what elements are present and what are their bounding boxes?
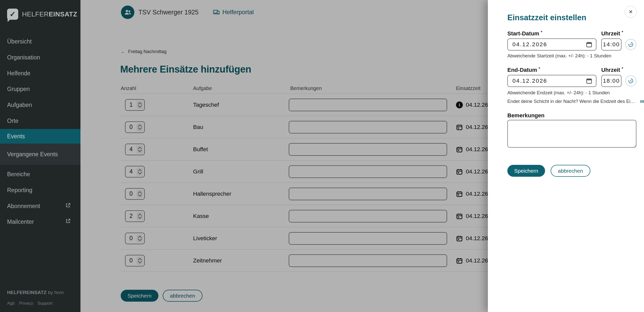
support-link[interactable]: Support (37, 301, 53, 306)
end-date-field[interactable]: 04.12.2026 (507, 75, 596, 87)
app-logo: ✓ HELFEREINSATZ (7, 9, 77, 20)
external-link-icon (65, 216, 71, 228)
end-time-value: 18:00 (603, 78, 620, 84)
end-time-label: Uhrzeit * (601, 66, 623, 73)
screen: ✓ HELFEREINSATZ Übersicht Organisation H… (0, 0, 644, 312)
end-time-field[interactable]: 18:00 (601, 75, 621, 87)
end-date-value: 04.12.2026 (512, 78, 586, 84)
panel-title: Einsatzzeit einstellen (507, 13, 586, 22)
start-date-field[interactable]: 04.12.2026 (507, 38, 596, 51)
agb-link[interactable]: Agb (7, 301, 15, 306)
sidebar-item-vergangene-events[interactable]: Vergangene Events (0, 144, 80, 165)
sidebar-item-label: Abonnement (7, 203, 40, 209)
check-bubble-icon: ✓ (7, 9, 18, 20)
sidebar-item-events[interactable]: Events (0, 129, 80, 144)
history-reset-icon (628, 78, 634, 84)
sidebar-item-uebersicht[interactable]: Übersicht (0, 35, 80, 48)
reset-start-time-button[interactable] (625, 39, 636, 50)
start-date-label: Start-Datum * (507, 30, 542, 37)
sidebar-footer-brand: HELFEREINSATZ by hnm (7, 290, 64, 295)
sidebar-item-mailcenter[interactable]: Mailcenter (0, 216, 80, 228)
einsatzzeit-panel: Einsatzzeit einstellen × Start-Datum * U… (488, 0, 644, 312)
more-link[interactable]: mehr (640, 99, 644, 104)
sidebar-item-reporting[interactable]: Reporting (0, 184, 80, 196)
sidebar-footer-links: Agb Privacy Support (7, 301, 53, 306)
calendar-icon (586, 41, 592, 48)
sidebar-item-gruppen[interactable]: Gruppen (0, 83, 80, 95)
sidebar-item-aufgaben[interactable]: Aufgaben (0, 99, 80, 111)
end-date-label: End-Datum * (507, 66, 540, 73)
sidebar: ✓ HELFEREINSATZ Übersicht Organisation H… (0, 0, 80, 312)
panel-cancel-button[interactable]: abbrechen (551, 165, 590, 177)
start-date-value: 04.12.2026 (512, 41, 586, 48)
panel-actions: Speichern abbrechen (507, 165, 590, 177)
sidebar-item-bereiche[interactable]: Bereiche (0, 168, 80, 180)
calendar-icon (586, 78, 592, 84)
panel-save-button[interactable]: Speichern (507, 165, 545, 177)
reset-end-time-button[interactable] (625, 75, 636, 86)
start-time-value: 14:00 (603, 41, 620, 48)
start-hint: Abweichende Startzeit (max. +/- 24h): - … (507, 53, 611, 59)
sidebar-item-organisation[interactable]: Organisation (0, 51, 80, 63)
sidebar-item-label: Mailcenter (7, 218, 34, 225)
close-icon[interactable]: × (625, 6, 637, 18)
night-shift-hint: Endet deine Schicht in der Nacht? Wenn d… (507, 99, 644, 104)
sidebar-item-helfende[interactable]: Helfende (0, 67, 80, 79)
night-shift-text: Endet deine Schicht in der Nacht? Wenn d… (507, 99, 635, 104)
history-reset-icon (628, 41, 634, 48)
external-link-icon (65, 200, 71, 212)
brand-text: HELFEREINSATZ (22, 10, 77, 18)
start-time-field[interactable]: 14:00 (601, 38, 621, 51)
sidebar-item-abonnement[interactable]: Abonnement (0, 200, 80, 212)
end-hint: Abweichende Endzeit (max. +/- 24h): - 1 … (507, 90, 610, 96)
privacy-link[interactable]: Privacy (19, 301, 33, 306)
sidebar-item-orte[interactable]: Orte (0, 115, 80, 127)
start-time-label: Uhrzeit * (601, 30, 623, 37)
remarks-textarea[interactable] (507, 120, 636, 148)
remarks-label: Bemerkungen (507, 112, 545, 119)
